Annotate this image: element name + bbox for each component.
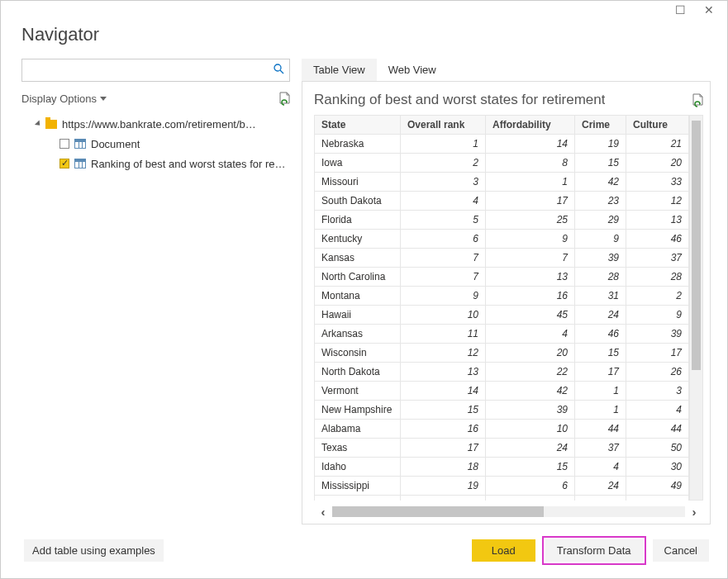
horizontal-scrollbar[interactable]: ‹ ›	[314, 504, 703, 519]
maximize-icon[interactable]: ☐	[675, 4, 686, 16]
cell-state: North Dakota	[315, 363, 401, 382]
search-icon[interactable]	[274, 64, 284, 77]
cell-rank: 16	[401, 420, 486, 439]
table-row[interactable]: Kansas773937	[315, 249, 691, 268]
cancel-button[interactable]: Cancel	[653, 539, 709, 562]
cell-rank: 17	[401, 439, 486, 458]
col-overall-rank[interactable]: Overall rank	[401, 116, 486, 135]
checkbox[interactable]	[59, 159, 69, 168]
cell-crime: 29	[575, 211, 626, 230]
table-row[interactable]: Texas17243750	[315, 439, 691, 458]
scroll-left-icon[interactable]: ‹	[314, 505, 332, 519]
cell-culture: 4	[626, 401, 689, 420]
cell-culture: 49	[626, 477, 689, 496]
scrollbar-thumb[interactable]	[692, 121, 701, 370]
cell-state: Vermont	[315, 382, 401, 401]
cell-culture: 28	[626, 268, 689, 287]
table-row[interactable]: Idaho1815430	[315, 458, 691, 477]
cell-afford: 17	[486, 192, 575, 211]
display-options-dropdown[interactable]: Display Options	[21, 93, 107, 105]
cell-state: Alabama	[315, 420, 401, 439]
cell-crime: 46	[575, 325, 626, 344]
cell-culture: 44	[626, 420, 689, 439]
cell-rank: 15	[401, 401, 486, 420]
table-row[interactable]: Alabama16104444	[315, 420, 691, 439]
table-row[interactable]: Montana916312	[315, 287, 691, 306]
cell-crime: 24	[575, 306, 626, 325]
preview-pane: Ranking of best and worst states for ret…	[302, 81, 711, 524]
load-button[interactable]: Load	[472, 539, 535, 562]
cell-culture: 39	[626, 325, 689, 344]
close-icon[interactable]: ✕	[704, 4, 714, 16]
col-state[interactable]: State	[315, 116, 401, 135]
cell-culture: 13	[626, 211, 689, 230]
cell-afford: 10	[486, 420, 575, 439]
tab-table-view[interactable]: Table View	[302, 59, 377, 81]
col-crime[interactable]: Crime	[575, 116, 626, 135]
cell-rank: 1	[401, 135, 486, 154]
cell-culture: 20	[626, 154, 689, 173]
data-table: State Overall rank Affordability Crime C…	[314, 115, 690, 501]
cell-state: Arkansas	[315, 325, 401, 344]
table-row[interactable]: Florida5252913	[315, 211, 691, 230]
tree-root[interactable]: https://www.bankrate.com/retirement/best…	[21, 114, 290, 134]
cell-crime: 15	[575, 344, 626, 363]
tab-web-view[interactable]: Web View	[377, 59, 448, 81]
transform-data-button[interactable]: Transform Data	[545, 539, 643, 562]
hscroll-track[interactable]	[332, 506, 685, 517]
cell-rank: 4	[401, 192, 486, 211]
col-affordability[interactable]: Affordability	[486, 116, 575, 135]
table-row[interactable]: Vermont144213	[315, 382, 691, 401]
cell-afford: 1	[486, 173, 575, 192]
table-row[interactable]: North Carolina7132828	[315, 268, 691, 287]
checkbox[interactable]	[59, 139, 69, 149]
cell-rank: 6	[401, 230, 486, 249]
tree-item-ranking[interactable]: Ranking of best and worst states for ret…	[21, 154, 290, 173]
tree-item-document[interactable]: Document	[21, 134, 290, 154]
content: Display Options https://www.bankrate.com…	[1, 49, 727, 524]
cell-afford: 4	[486, 325, 575, 344]
table-row[interactable]: Hawaii1045249	[315, 306, 691, 325]
cell-crime: 23	[575, 192, 626, 211]
cell-afford: 15	[486, 458, 575, 477]
cell-afford: 8	[486, 154, 575, 173]
table-row[interactable]: Wyoming2023913	[315, 496, 691, 501]
hscroll-thumb[interactable]	[332, 506, 544, 517]
search-input[interactable]	[27, 64, 274, 77]
cell-state: Florida	[315, 211, 401, 230]
table-row[interactable]: South Dakota4172312	[315, 192, 691, 211]
cell-state: Idaho	[315, 458, 401, 477]
right-panel: Table View Web View Ranking of best and …	[302, 59, 711, 524]
cell-rank: 10	[401, 306, 486, 325]
cell-crime: 39	[575, 249, 626, 268]
cell-afford: 13	[486, 268, 575, 287]
cell-afford: 6	[486, 477, 575, 496]
cell-culture: 12	[626, 192, 689, 211]
vertical-scrollbar[interactable]	[689, 115, 703, 501]
cell-afford: 9	[486, 230, 575, 249]
table-row[interactable]: Nebraska1141921	[315, 135, 691, 154]
table-row[interactable]: Arkansas1144639	[315, 325, 691, 344]
table-icon	[74, 139, 86, 149]
preview-title: Ranking of best and worst states for ret…	[314, 92, 605, 108]
cell-culture: 2	[626, 287, 689, 306]
cell-state: Texas	[315, 439, 401, 458]
table-row[interactable]: North Dakota13221726	[315, 363, 691, 382]
col-culture[interactable]: Culture	[626, 116, 689, 135]
table-row[interactable]: Kentucky69946	[315, 230, 691, 249]
cell-rank: 11	[401, 325, 486, 344]
refresh-icon[interactable]	[691, 93, 703, 107]
table-row[interactable]: Missouri314233	[315, 173, 691, 192]
table-row[interactable]: New Hampshire153914	[315, 401, 691, 420]
expand-icon[interactable]	[35, 120, 42, 127]
preview-header: Ranking of best and worst states for ret…	[314, 92, 703, 108]
svg-point-0	[274, 64, 281, 71]
refresh-icon[interactable]	[278, 92, 290, 106]
table-row[interactable]: Mississippi1962449	[315, 477, 691, 496]
scroll-right-icon[interactable]: ›	[685, 505, 703, 519]
add-table-button[interactable]: Add table using examples	[24, 539, 164, 562]
cell-culture: 50	[626, 439, 689, 458]
table-row[interactable]: Iowa281520	[315, 154, 691, 173]
table-row[interactable]: Wisconsin12201517	[315, 344, 691, 363]
search-box[interactable]	[21, 59, 290, 82]
